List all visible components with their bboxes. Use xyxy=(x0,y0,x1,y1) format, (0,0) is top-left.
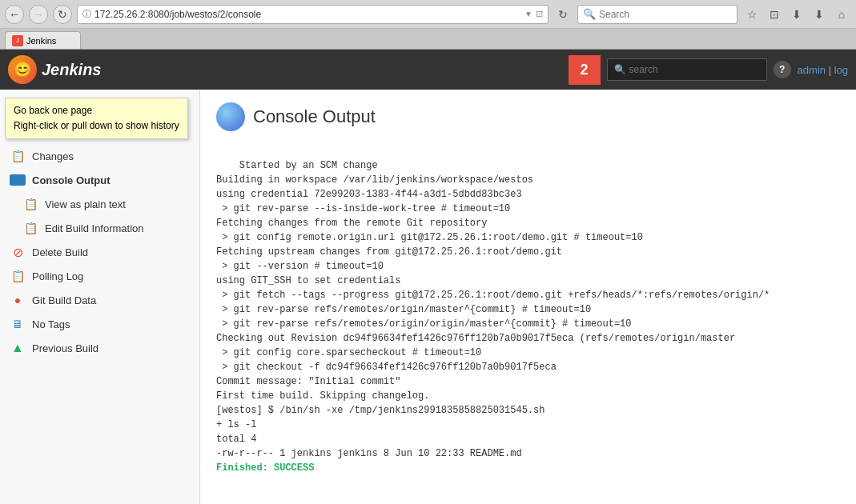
address-bar-row: ← → ↻ ⓘ 172.25.26.2:8080/job/westos/2/co… xyxy=(0,0,856,29)
console-line: > git rev-parse refs/remotes/origin/orig… xyxy=(216,318,632,330)
delete-build-label: Delete Build xyxy=(32,246,88,258)
console-line: Commit message: "Initial commit" xyxy=(216,376,400,387)
polling-log-label: Polling Log xyxy=(32,270,83,282)
tab-title: Jenkins xyxy=(26,36,56,46)
console-line: > git config core.sparsecheckout # timeo… xyxy=(216,347,481,358)
log-link[interactable]: log xyxy=(834,64,848,76)
header-user: admin | log xyxy=(798,64,848,76)
address-bar[interactable]: ⓘ 172.25.26.2:8080/job/westos/2/console … xyxy=(77,5,549,24)
console-line: Fetching changes from the remote Git rep… xyxy=(216,218,487,229)
edit-build-info-label: Edit Build Information xyxy=(45,222,144,234)
header-right: 2 🔍 ? admin | log xyxy=(569,55,848,85)
dropdown-icon: ▼ xyxy=(524,10,532,18)
view-as-plain-text-icon: 📋 xyxy=(24,198,38,210)
sidebar-item-polling-log[interactable]: 📋 Polling Log xyxy=(0,264,199,288)
git-build-data-label: Git Build Data xyxy=(32,294,96,306)
header-search-icon: 🔍 xyxy=(614,64,626,75)
page-title: Console Output xyxy=(253,106,376,127)
user-link[interactable]: admin xyxy=(798,64,826,76)
pocket-button[interactable]: ⬇ xyxy=(787,5,806,24)
console-line: [westos] $ /bin/sh -xe /tmp/jenkins29918… xyxy=(216,405,545,416)
console-line: + ls -l xyxy=(216,419,256,430)
polling-log-icon: 📋 xyxy=(11,270,25,282)
no-tags-icon: 🖥 xyxy=(12,318,23,330)
refresh-button[interactable]: ↻ xyxy=(553,5,573,24)
jenkins-title: Jenkins xyxy=(42,61,101,79)
console-line: Started by an SCM change xyxy=(239,160,378,171)
back-button[interactable]: ← xyxy=(5,5,24,24)
reload-button[interactable]: ↻ xyxy=(53,5,72,24)
sidebar-item-console-output[interactable]: Console Output xyxy=(0,168,199,192)
console-line: -rw-r--r-- 1 jenkins jenkins 8 Jun 10 22… xyxy=(216,448,522,459)
console-line: Checking out Revision dc94f96634fef1426c… xyxy=(216,333,735,344)
console-output-icon xyxy=(10,174,26,186)
browser-chrome: ← → ↻ ⓘ 172.25.26.2:8080/job/westos/2/co… xyxy=(0,0,856,50)
download-button[interactable]: ⬇ xyxy=(810,5,829,24)
sidebar: ▲ Back to Project 🔍 Status 📋 Changes Con… xyxy=(0,90,200,504)
console-line: > git config remote.origin.url git@172.2… xyxy=(216,232,643,243)
previous-build-label: Previous Build xyxy=(32,342,98,354)
console-line: > git checkout -f dc94f96634fef1426c976f… xyxy=(216,362,557,373)
url-text: 172.25.26.2:8080/job/westos/2/console xyxy=(94,9,521,20)
sidebar-item-git-build-data[interactable]: ● Git Build Data xyxy=(0,288,199,312)
build-number-badge: 2 xyxy=(569,55,601,85)
no-tags-label: No Tags xyxy=(32,318,70,330)
view-as-plain-text-label: View as plain text xyxy=(45,198,126,210)
browser-search-container: 🔍 xyxy=(577,5,737,24)
console-line: using GIT_SSH to set credentials xyxy=(216,275,400,286)
sidebar-item-view-as-plain-text[interactable]: 📋 View as plain text xyxy=(13,192,199,216)
edit-build-info-icon: 📋 xyxy=(24,222,38,234)
changes-icon: 📋 xyxy=(11,150,25,162)
console-line: Building in workspace /var/lib/jenkins/w… xyxy=(216,174,533,186)
delete-build-icon: ⊘ xyxy=(13,245,23,260)
console-line: > git fetch --tags --progress git@172.25… xyxy=(216,290,770,301)
home-button[interactable]: ⌂ xyxy=(832,5,851,24)
sidebar-item-no-tags[interactable]: 🖥 No Tags xyxy=(0,312,199,336)
sidebar-item-changes[interactable]: 📋 Changes xyxy=(0,144,199,168)
lock-icon: ⓘ xyxy=(82,8,91,20)
browser-action-buttons: ☆ ⊡ ⬇ ⬇ ⌂ xyxy=(742,5,851,24)
tooltip-line2: Right-click or pull down to show history xyxy=(14,118,179,134)
star-button[interactable]: ☆ xyxy=(742,5,762,24)
console-line: > git rev-parse --is-inside-work-tree # … xyxy=(216,203,510,214)
tooltip-line1: Go back one page xyxy=(14,103,179,118)
console-line: > git --version # timeout=10 xyxy=(216,261,384,272)
jenkins-avatar: 😊 xyxy=(8,55,37,84)
header-separator: | xyxy=(829,64,834,76)
console-icon xyxy=(216,102,245,131)
reader-button[interactable]: ⊡ xyxy=(765,5,784,24)
tooltip-box: Go back one page Right-click or pull dow… xyxy=(5,98,188,139)
content-area: Console Output Started by an SCM change … xyxy=(200,90,856,504)
tab-favicon: J xyxy=(12,35,23,46)
browser-search-input[interactable] xyxy=(599,9,732,20)
changes-label: Changes xyxy=(32,150,74,162)
tab-bar: J Jenkins xyxy=(0,29,856,50)
page-title-row: Console Output xyxy=(216,102,840,131)
git-build-data-icon: ● xyxy=(14,294,21,306)
forward-button[interactable]: → xyxy=(29,5,48,24)
console-line: First time build. Skipping changelog. xyxy=(216,390,429,402)
console-line: Finished: SUCCESS xyxy=(216,462,314,474)
search-icon: 🔍 xyxy=(583,8,596,20)
active-tab[interactable]: J Jenkins xyxy=(5,31,81,49)
console-output-label: Console Output xyxy=(32,174,111,186)
main-layout: ▲ Back to Project 🔍 Status 📋 Changes Con… xyxy=(0,90,856,504)
header-search-input[interactable] xyxy=(629,64,760,75)
sidebar-item-previous-build[interactable]: ▲ Previous Build xyxy=(0,336,199,360)
console-output: Started by an SCM change Building in wor… xyxy=(216,144,840,475)
tab-icon: ⊡ xyxy=(536,9,543,19)
console-line: > git rev-parse refs/remotes/origin/mast… xyxy=(216,304,591,315)
jenkins-header: 😊 Jenkins Go back one page Right-click o… xyxy=(0,50,856,90)
sidebar-item-edit-build-info[interactable]: 📋 Edit Build Information xyxy=(13,216,199,240)
jenkins-logo: 😊 Jenkins xyxy=(8,55,101,84)
header-search-box: 🔍 xyxy=(607,58,767,81)
sidebar-item-delete-build[interactable]: ⊘ Delete Build xyxy=(0,240,199,264)
console-line: using credential 72e99203-1383-4f44-a3d1… xyxy=(216,189,522,200)
previous-build-icon: ▲ xyxy=(11,341,24,355)
console-line: Fetching upstream changes from git@172.2… xyxy=(216,246,562,258)
console-line: total 4 xyxy=(216,434,256,445)
help-button[interactable]: ? xyxy=(774,61,791,78)
